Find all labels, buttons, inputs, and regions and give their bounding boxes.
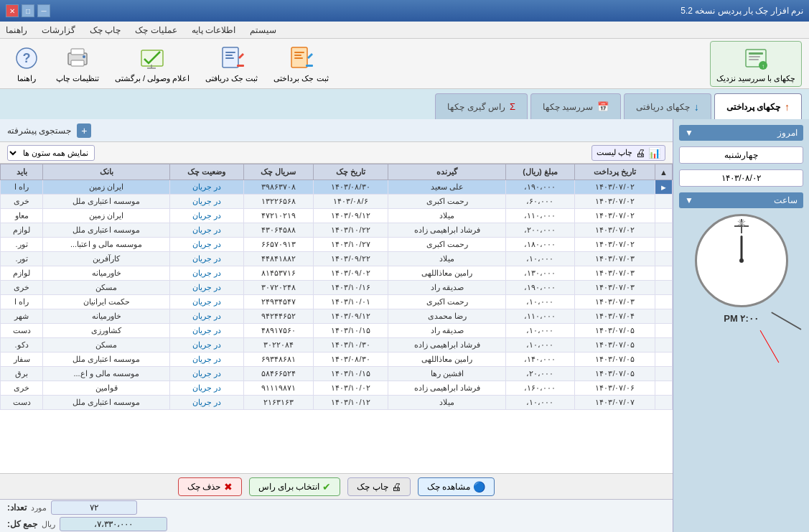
clock-section-header[interactable]: ساعت ▼ — [679, 192, 803, 208]
table-row[interactable]: ۱۴۰۳/۰۷/۰۳۱۳۰،۰۰۰،رامین معاذاللهی۱۴۰۳/۰۹… — [1, 266, 673, 281]
tanzimate-chap-label: تنظیمات چاپ — [56, 74, 99, 83]
table-cell: سفار — [1, 353, 43, 367]
menu-base-info[interactable]: اطلاعات پایه — [192, 25, 235, 35]
row-indicator — [655, 295, 673, 309]
col-sort[interactable]: ▲ — [655, 164, 673, 180]
summary-bar: ۷۲ مورد تعداد: ۷،۳۳۰،۰۰۰، ریال جمع کل: — [0, 499, 673, 532]
table-cell: لوازم — [1, 266, 43, 281]
excel-icon: 📊 — [648, 147, 660, 159]
table-cell: ۲۴۹۳۴۵۴۷ — [243, 295, 313, 309]
table-row[interactable]: ۱۴۰۳/۰۷/۰۳۱۰،۰۰۰،میلاد۱۴۰۳/۰۹/۲۲۴۴۸۴۱۸۸۲… — [1, 252, 673, 266]
table-row[interactable]: ►۱۴۰۳/۰۷/۰۲۱۹۰،۰۰۰،علی سعید۱۴۰۳/۰۸/۳۰۳۹۸… — [1, 180, 673, 195]
table-cell: ۴۸۹۱۷۵۶۰ — [243, 324, 313, 338]
close-button[interactable]: ✕ — [6, 4, 19, 17]
count-unit: مورد — [31, 503, 47, 513]
menu-help[interactable]: راهنما — [6, 25, 27, 35]
table-row[interactable]: ۱۴۰۳/۰۷/۰۳۱۹۰،۰۰۰،صدیقه راد۱۴۰۳/۱۰/۱۶۳۰۷… — [1, 281, 673, 295]
menu-system[interactable]: سیستم — [250, 25, 276, 35]
table-cell: ۱۴۰۳/۰۷/۰۶ — [574, 381, 655, 396]
col-amount[interactable]: مبلغ (ریال) — [506, 164, 575, 180]
table-cell: در جریان — [169, 180, 243, 195]
menu-reports[interactable]: گزارشات — [42, 25, 75, 35]
col-receiver[interactable]: گیرنده — [388, 164, 506, 180]
table-cell: ۱۴۰۳/۰۷/۰۳ — [574, 252, 655, 266]
print-list-button[interactable]: 📊 🖨 چاپ لیست — [591, 145, 665, 161]
col-bayad[interactable]: باید — [1, 164, 43, 180]
table-row[interactable]: ۱۴۰۳/۰۷/۰۳۱۰،۰۰۰،رحمت اکبری۱۴۰۳/۱۰/۰۱۲۴۹… — [1, 295, 673, 309]
table-row[interactable]: ۱۴۰۳/۰۷/۰۲۱۱۰،۰۰۰،میلاد۱۴۰۳/۰۹/۱۲۴۷۲۱۰۲۱… — [1, 209, 673, 223]
table-cell: ۱۴۰۳/۰۸/۶ — [313, 195, 388, 209]
svg-rect-2 — [749, 56, 760, 57]
table-row[interactable]: ۱۴۰۳/۰۷/۰۲۲۰۰،۰۰۰،فرشاد ابراهیمی زاده۱۴۰… — [1, 223, 673, 238]
table-cell: فرشاد ابراهیمی زاده — [388, 338, 506, 353]
table-cell: ۹۴۲۴۴۶۵۲ — [243, 309, 313, 324]
table-cell: میلاد — [388, 252, 506, 266]
titlebar-controls: ─ □ ✕ — [6, 4, 50, 17]
elam-vasooli-button[interactable]: اعلام وصولی / برگشتی — [109, 42, 195, 86]
col-date-chk[interactable]: تاریخ چک — [313, 164, 388, 180]
sabt-daryafti-button[interactable]: ثبت جک دریافتی — [200, 42, 263, 86]
hazf-button[interactable]: ✖ حذف چک — [178, 477, 241, 496]
row-indicator — [655, 195, 673, 209]
table-cell: ۱۰،۰۰۰، — [506, 338, 575, 353]
row-indicator — [655, 309, 673, 324]
table-cell: ۶۹۳۴۸۶۸۱ — [243, 353, 313, 367]
table-cell: ۴۴۸۴۱۸۸۲ — [243, 252, 313, 266]
rahnama-button[interactable]: ? راهنما — [7, 42, 46, 86]
date-section-header[interactable]: امروز ▼ — [679, 125, 803, 141]
table-container[interactable]: ▲ تاریخ پرداخت مبلغ (ریال) گیرنده تاریخ … — [0, 164, 673, 473]
table-cell: خاورمیانه — [43, 266, 170, 281]
table-cell: ۱۴۰۳/۰۷/۰۵ — [574, 367, 655, 381]
entekhab-icon: ✔ — [322, 481, 331, 493]
svg-rect-11 — [306, 65, 313, 67]
table-cell: فرشاد ابراهیمی زاده — [388, 223, 506, 238]
col-status[interactable]: وضعیت چک — [169, 164, 243, 180]
table-row[interactable]: ۱۴۰۳/۰۷/۰۶۱۶۰،۰۰۰،فرشاد ابراهیمی زاده۱۴۰… — [1, 381, 673, 396]
tab-sarresid[interactable]: 📅 سررسید چکها — [530, 93, 621, 119]
row-indicator — [655, 238, 673, 252]
chap-button[interactable]: 🖨 چاپ چک — [347, 477, 410, 496]
toolbar: ↑ چکهای با سررسید نزدیک ثبت جک برداختی ث… — [0, 39, 809, 89]
table-cell: ۱۴۰۳/۰۷/۰۲ — [574, 180, 655, 195]
table-cell: ۱۴۰۳/۱۰/۰۱ — [313, 295, 388, 309]
moshahedeh-button[interactable]: 🔵 مشاهده چک — [418, 477, 495, 496]
table-row[interactable]: ۱۴۰۳/۰۷/۰۲۶۰،۰۰۰،رحمت اکبری۱۴۰۳/۰۸/۶۱۳۲۲… — [1, 195, 673, 209]
sabt-pardakhti-button[interactable]: ثبت جک برداختی — [268, 42, 334, 86]
table-row[interactable]: ۱۴۰۳/۰۷/۰۷۱۰،۰۰۰،میلاد۱۴۰۳/۱۰/۱۲۲۱۶۳۱۶۳د… — [1, 396, 673, 410]
chekhaye-nazarasid-button[interactable]: ↑ چکهای با سررسید نزدیک — [710, 41, 802, 87]
tab-sarresid-label: سررسید چکها — [543, 102, 593, 112]
maximize-button[interactable]: □ — [22, 4, 34, 17]
tab-daryafti-label: چکهای دریافتی — [636, 102, 689, 112]
row-indicator — [655, 209, 673, 223]
minimize-button[interactable]: ─ — [37, 4, 50, 17]
col-date-pay[interactable]: تاریخ پرداخت — [574, 164, 655, 180]
menu-check-ops[interactable]: عملیات چک — [135, 25, 177, 35]
column-select[interactable]: نمایش همه ستون ها — [7, 145, 95, 161]
tab-pardakhti[interactable]: ↑ چکهای پرداختی — [714, 93, 802, 119]
entekhab-button[interactable]: ✔ انتخاب برای راس — [249, 477, 341, 496]
svg-text:?: ? — [23, 51, 31, 65]
table-row[interactable]: ۱۴۰۳/۰۷/۰۵۱۴۰،۰۰۰،رامین معاذاللهی۱۴۰۳/۰۸… — [1, 353, 673, 367]
table-cell: ۱۱۰،۰۰۰، — [506, 209, 575, 223]
tab-rasgiri[interactable]: Σ راس گیری چکها — [435, 93, 528, 119]
table-cell: معاو — [1, 209, 43, 223]
count-value: ۷۲ — [51, 500, 137, 515]
menu-print-check[interactable]: چاپ چک — [90, 25, 121, 35]
table-row[interactable]: ۱۴۰۳/۰۷/۰۵۱۰،۰۰۰،صدیقه راد۱۴۰۳/۱۰/۱۵۴۸۹۱… — [1, 324, 673, 338]
table-row[interactable]: ۱۴۰۳/۰۷/۰۵۲۰،۰۰۰،افشین رها۱۴۰۳/۱۰/۱۵۵۸۴۶… — [1, 367, 673, 381]
table-row[interactable]: ۱۴۰۳/۰۷/۰۵۱۰،۰۰۰،فرشاد ابراهیمی زاده۱۴۰۳… — [1, 338, 673, 353]
table-cell: ۲۱۶۳۱۶۳ — [243, 396, 313, 410]
col-serial[interactable]: سریال چک — [243, 164, 313, 180]
table-cell: ۶۰،۰۰۰، — [506, 195, 575, 209]
table-cell: ۱۴۰۳/۰۸/۳۰ — [313, 180, 388, 195]
svg-rect-7 — [294, 52, 304, 53]
clock-center — [739, 258, 744, 263]
table-cell: در جریان — [169, 209, 243, 223]
table-cell: میلاد — [388, 396, 506, 410]
tab-daryafti[interactable]: ↓ چکهای دریافتی — [624, 93, 711, 119]
table-row[interactable]: ۱۴۰۳/۰۷/۰۲۱۸۰،۰۰۰،رحمت اکبری۱۴۰۳/۱۰/۲۷۶۶… — [1, 238, 673, 252]
tanzimate-chap-button[interactable]: تنظیمات چاپ — [50, 42, 105, 86]
table-row[interactable]: ۱۴۰۳/۰۷/۰۴۱۱۰،۰۰۰،رضا محمدی۱۴۰۳/۰۹/۱۲۹۴۲… — [1, 309, 673, 324]
col-bank[interactable]: بانک — [43, 164, 170, 180]
search-plus-button[interactable]: + — [77, 123, 91, 138]
